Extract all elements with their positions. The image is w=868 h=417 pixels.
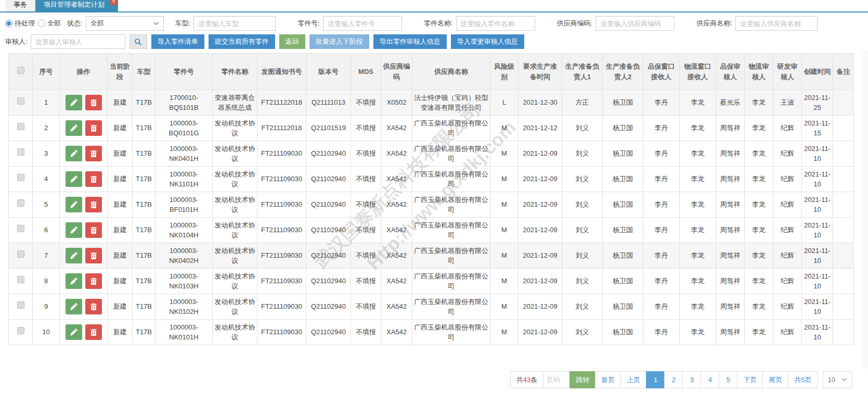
status-value: 全部 [90, 19, 104, 28]
prev-page-button[interactable]: 上页 [620, 371, 646, 388]
page-size-select[interactable]: 10 [823, 371, 852, 388]
table-row: 7新建T17B1000003-NK0402H发动机技术协议FT211109030… [9, 243, 854, 269]
row-checkbox[interactable] [17, 327, 24, 334]
row-checkbox[interactable] [17, 148, 24, 156]
row-checkbox[interactable] [17, 301, 24, 309]
delete-button[interactable] [85, 299, 102, 314]
submit-all-parts-button[interactable]: 提交当前所有零件 [209, 34, 275, 49]
delete-button[interactable] [85, 324, 102, 340]
vertical-scrollbar[interactable] [861, 50, 868, 369]
search-button[interactable] [129, 34, 147, 49]
radio-pending[interactable] [5, 20, 12, 27]
data-cell: 新建 [108, 294, 133, 320]
jump-button[interactable]: 跳转 [569, 371, 595, 388]
edit-button[interactable] [66, 299, 82, 314]
data-cell: 变速器带离合器系统总成 [213, 90, 257, 116]
row-checkbox[interactable] [17, 225, 24, 232]
data-cell: 李龙 [680, 269, 716, 294]
table-row: 2新建T17B1000003-BQ0101G发动机技术协议FT211112018… [9, 116, 854, 141]
select-all-checkbox[interactable] [17, 67, 24, 74]
data-cell: 新建 [108, 90, 133, 116]
data-cell: 杨卫国 [603, 294, 643, 320]
edit-button[interactable] [66, 248, 82, 263]
data-cell: 纪辉 [773, 320, 802, 345]
data-cell: 新建 [108, 167, 133, 192]
data-cell [833, 167, 854, 192]
data-cell: 发动机技术协议 [213, 294, 257, 320]
export-part-auditors-button[interactable]: 导出零件审核人信息 [373, 34, 447, 49]
delete-button[interactable] [85, 146, 102, 161]
data-cell: 不填报 [351, 218, 381, 243]
back-button[interactable]: 返回 [279, 34, 305, 49]
delete-button[interactable] [85, 120, 102, 136]
edit-button[interactable] [66, 120, 82, 136]
row-checkbox[interactable] [17, 199, 24, 207]
row-checkbox[interactable] [17, 123, 24, 130]
delete-button[interactable] [85, 273, 102, 289]
data-cell: 1000003-NK1101H [156, 167, 213, 192]
supplier-name-input[interactable] [735, 16, 818, 31]
parts-table-wrap: 序号操作当前阶段车型零件号零件名称发图通知书号版本号MDS供应商编码供应商名称风… [8, 53, 868, 345]
page-button-3[interactable]: 3 [682, 371, 701, 388]
data-cell: 李龙 [680, 294, 716, 320]
delete-button[interactable] [85, 197, 102, 212]
page-button-4[interactable]: 4 [701, 371, 719, 388]
status-select[interactable]: 全部 [86, 16, 164, 31]
page-button-1[interactable]: 1 [646, 371, 665, 388]
data-cell: 不填报 [351, 192, 381, 218]
supplier-code-input[interactable] [595, 16, 675, 31]
delete-button[interactable] [85, 171, 102, 187]
edit-button[interactable] [66, 95, 82, 110]
radio-all[interactable] [38, 20, 45, 27]
column-header: MDS [351, 54, 381, 90]
data-cell: XA542 [381, 243, 412, 269]
data-cell: 2021-11-10 [802, 141, 833, 167]
edit-pencil-icon [70, 99, 77, 106]
data-cell: T17B [133, 294, 156, 320]
row-checkbox[interactable] [17, 174, 24, 181]
last-page-button[interactable]: 尾页 [762, 371, 788, 388]
edit-button[interactable] [66, 171, 82, 187]
edit-button[interactable] [66, 273, 82, 289]
page-button-2[interactable]: 2 [664, 371, 683, 388]
row-checkbox[interactable] [17, 276, 24, 283]
batch-next-stage-button[interactable]: 批量进入下阶段 [309, 34, 369, 49]
auditor-input[interactable] [31, 34, 125, 49]
part-name-input[interactable] [456, 16, 535, 31]
data-cell: XA542 [381, 218, 412, 243]
row-checkbox[interactable] [17, 97, 24, 105]
part-no-input[interactable] [323, 16, 402, 31]
tab-project-manager-plan[interactable]: 项目管理者制定计划 × [35, 0, 118, 11]
edit-pencil-icon [70, 328, 77, 336]
next-page-button[interactable]: 下页 [737, 371, 763, 388]
data-cell: 纪辉 [773, 218, 802, 243]
data-cell: T17B [133, 167, 156, 192]
chevron-down-icon [841, 378, 847, 382]
column-header: 物流审核人 [745, 54, 773, 90]
close-icon[interactable]: × [110, 0, 117, 5]
delete-button[interactable] [85, 222, 102, 238]
edit-button[interactable] [66, 324, 82, 340]
page-button-5[interactable]: 5 [719, 371, 737, 388]
row-checkbox[interactable] [17, 250, 24, 258]
data-cell: 发动机技术协议 [213, 192, 257, 218]
first-page-button[interactable]: 首页 [595, 371, 621, 388]
delete-button[interactable] [85, 248, 102, 263]
import-change-auditors-button[interactable]: 导入变更审核人信息 [451, 34, 524, 49]
tab-affairs[interactable]: 事务 [5, 0, 35, 11]
data-cell: 发动机技术协议 [213, 218, 257, 243]
data-cell: XA542 [381, 167, 412, 192]
serial-cell: 1 [33, 90, 60, 116]
data-cell: 广西玉柴机器股份有限公司 [412, 116, 490, 141]
trash-icon [90, 175, 97, 183]
page-number-input[interactable] [543, 371, 570, 388]
delete-button[interactable] [85, 95, 102, 110]
edit-button[interactable] [66, 146, 82, 161]
edit-button[interactable] [66, 197, 82, 212]
edit-button[interactable] [66, 222, 82, 238]
data-cell: X0502 [381, 90, 412, 116]
model-input[interactable] [193, 16, 276, 31]
column-header: 风险级别 [490, 54, 519, 90]
column-header: 品保审核人 [716, 54, 745, 90]
import-parts-list-button[interactable]: 导入零件清单 [151, 34, 204, 49]
